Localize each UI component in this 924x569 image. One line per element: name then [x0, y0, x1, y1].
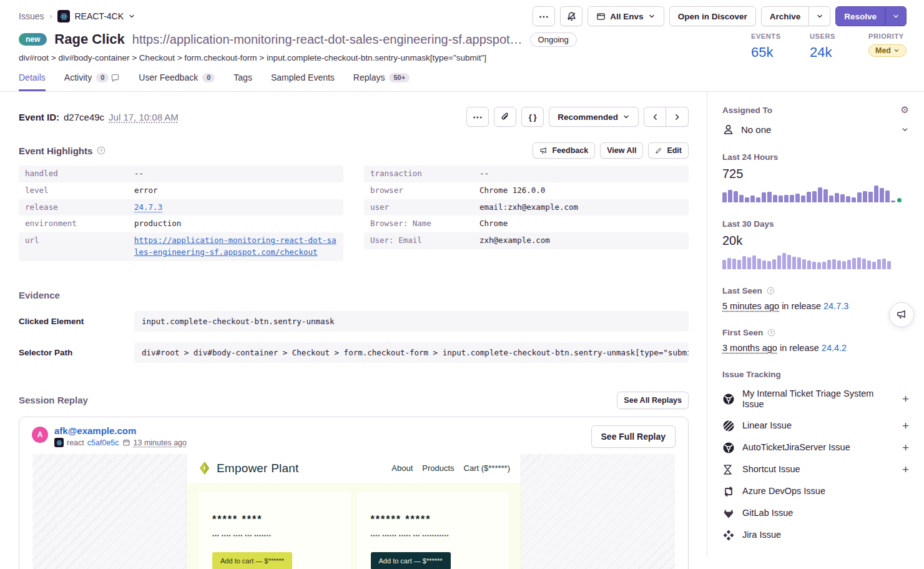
tab-label: Sampled Events	[271, 72, 335, 82]
chart-bar	[874, 186, 878, 202]
last-seen-time[interactable]: 5 minutes ago	[722, 301, 779, 311]
event-more-button[interactable]: ⋯	[466, 107, 489, 127]
megaphone-icon	[539, 147, 548, 155]
site-nav-item[interactable]: Cart ($******)	[464, 463, 510, 473]
archive-split-button: Archive	[761, 6, 831, 26]
integration-link[interactable]: Jira Issue	[742, 530, 909, 540]
project-selector[interactable]: REACT-4CK	[57, 10, 135, 22]
environment-selector[interactable]: All Envs	[587, 6, 664, 26]
next-event-button[interactable]	[666, 107, 689, 127]
chart-bar	[756, 197, 760, 202]
see-full-replay-button[interactable]: See Full Replay	[591, 425, 676, 448]
highlight-value: --	[479, 168, 489, 180]
issue-tracking-row: Jira Issue	[722, 529, 909, 542]
tab-label: Activity	[64, 72, 92, 82]
issue-tracking-row: Shortcut Issue+	[722, 463, 909, 476]
tab-replays[interactable]: Replays50+	[353, 72, 410, 91]
event-timestamp[interactable]: Jul 17, 10:08 AM	[109, 112, 179, 122]
feedback-label: Feedback	[552, 146, 588, 155]
product-description: *** **** **** *** *******	[212, 533, 337, 539]
issue-tracking-row: Azure DevOps Issue	[722, 485, 909, 498]
integration-link[interactable]: GitLab Issue	[742, 508, 909, 518]
chart-bar	[817, 262, 821, 269]
add-to-cart-button[interactable]: Add to cart — $******	[371, 552, 451, 569]
replay-id-link[interactable]: c5af0e5c	[87, 438, 119, 447]
add-issue-button[interactable]: +	[902, 422, 909, 430]
replay-viewport[interactable]: Empower Plant AboutProductsCart ($******…	[32, 454, 675, 569]
chart-bar	[829, 195, 833, 202]
add-issue-button[interactable]: +	[902, 443, 909, 452]
more-options-button[interactable]: ⋯	[533, 6, 555, 26]
help-icon[interactable]: ?	[97, 146, 106, 155]
chart-bar	[767, 261, 771, 269]
assignee-selector[interactable]: No one	[722, 124, 909, 136]
view-json-button[interactable]: { }	[521, 107, 544, 127]
integration-link[interactable]: AutoTicketJiraServer Issue	[742, 442, 895, 453]
breadcrumb-issues-link[interactable]: Issues	[19, 11, 44, 21]
previous-event-button[interactable]	[644, 107, 666, 127]
react-project-icon	[57, 10, 70, 22]
event-navigation-selector[interactable]: Recommended	[549, 107, 639, 127]
chart-bar	[762, 260, 766, 269]
event-id-group: Event ID: d27ce49c Jul 17, 10:08 AM	[19, 112, 179, 122]
copy-link-button[interactable]	[494, 107, 516, 127]
feedback-fab-button[interactable]	[889, 302, 914, 327]
highlight-row: browserChrome 126.0.0	[364, 182, 689, 199]
add-issue-button[interactable]: +	[902, 465, 909, 474]
svg-text:?: ?	[770, 330, 773, 335]
tab-user-feedback[interactable]: User Feedback0	[139, 72, 215, 91]
recommended-label: Recommended	[558, 112, 618, 122]
open-in-discover-button[interactable]: Open in Discover	[669, 6, 756, 26]
tab-details[interactable]: Details	[19, 72, 46, 91]
tab-sampled-events[interactable]: Sampled Events	[271, 72, 335, 91]
tab-count-badge: 0	[96, 73, 109, 82]
first-seen-time[interactable]: 3 months ago	[722, 343, 777, 353]
highlight-value: Chrome 126.0.0	[479, 185, 545, 197]
last-seen-release-link[interactable]: 24.7.3	[823, 301, 848, 311]
window-icon	[596, 12, 606, 21]
users-count[interactable]: 24k	[810, 44, 842, 61]
highlight-row: transaction--	[364, 166, 689, 182]
add-to-cart-button[interactable]: Add to cart — $******	[212, 552, 292, 569]
chart-bar	[857, 192, 862, 202]
help-icon[interactable]: ?	[767, 287, 775, 295]
archive-dropdown-button[interactable]	[809, 6, 830, 26]
priority-selector[interactable]: Med	[868, 44, 907, 57]
integration-link[interactable]: My Internal Ticket Triage System Issue	[742, 388, 895, 410]
gear-icon[interactable]: ⚙	[901, 104, 909, 116]
first-seen-release-link[interactable]: 24.4.2	[822, 343, 847, 353]
azure-icon	[722, 485, 735, 498]
chart-bar	[745, 197, 749, 202]
last-30-days-label: Last 30 Days	[722, 219, 909, 229]
integration-link[interactable]: Linear Issue	[742, 420, 895, 431]
resolve-split-button: Resolve	[835, 6, 907, 26]
site-nav-item[interactable]: About	[391, 463, 413, 473]
chart-bar	[750, 195, 755, 202]
integration-link[interactable]: Azure DevOps Issue	[742, 486, 909, 497]
site-nav-item[interactable]: Products	[422, 463, 454, 473]
tab-activity[interactable]: Activity0	[64, 72, 120, 91]
help-icon[interactable]: ?	[767, 329, 775, 337]
replay-user-link[interactable]: afk@example.com	[54, 425, 187, 436]
event-pager	[644, 107, 689, 127]
highlight-value[interactable]: 24.7.3	[134, 202, 162, 214]
mute-alerts-button[interactable]	[560, 6, 582, 26]
tab-tags[interactable]: Tags	[233, 72, 252, 91]
integration-link[interactable]: Shortcut Issue	[742, 464, 895, 475]
events-count[interactable]: 65k	[751, 44, 784, 61]
resolve-button[interactable]: Resolve	[835, 6, 885, 26]
replay-time-ago[interactable]: 13 minutes ago	[134, 438, 187, 447]
view-all-button[interactable]: View All	[600, 142, 643, 159]
edit-highlights-button[interactable]: Edit	[648, 142, 689, 159]
stat-events: EVENTS 65k	[751, 32, 784, 62]
feedback-button[interactable]: Feedback	[533, 142, 595, 159]
resolve-dropdown-button[interactable]	[885, 6, 907, 26]
tab-count-badge: 50+	[389, 73, 410, 82]
highlight-value: production	[134, 218, 181, 230]
highlight-value[interactable]: https://application-monitoring-react-dot…	[134, 235, 337, 259]
assignee-value: No one	[741, 124, 771, 135]
product-card: ****** ********* ****** ***** *** ******…	[357, 492, 509, 569]
see-all-replays-button[interactable]: See All Replays	[617, 392, 689, 409]
add-issue-button[interactable]: +	[902, 395, 909, 403]
archive-button[interactable]: Archive	[761, 6, 810, 26]
